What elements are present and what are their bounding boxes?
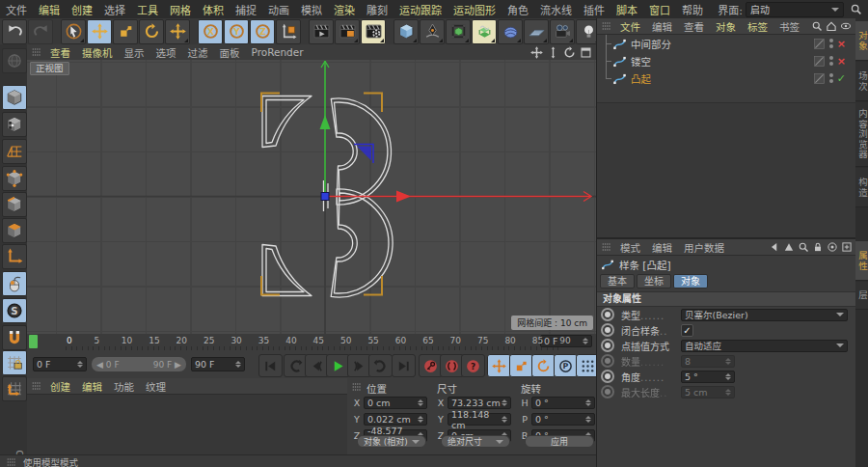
convert-object-button[interactable] <box>2 48 27 73</box>
goto-end-button[interactable] <box>392 354 416 377</box>
render-region-button[interactable] <box>335 19 360 44</box>
scale-button[interactable] <box>113 19 138 44</box>
add-spline-button[interactable] <box>420 19 445 44</box>
object-menu-编辑[interactable]: 编辑 <box>646 19 678 34</box>
menu-item-插件[interactable]: 插件 <box>578 2 610 17</box>
slash-box-icon[interactable] <box>813 38 826 50</box>
enable-snap-button[interactable] <box>2 325 27 350</box>
snap-settings-button[interactable]: S <box>2 298 27 323</box>
key-scale-button[interactable] <box>509 354 533 377</box>
viewport-menu-过滤[interactable]: 过滤 <box>182 45 214 60</box>
search-icon[interactable] <box>798 241 809 253</box>
visibility-dots[interactable] <box>829 39 833 48</box>
animate-radio-icon[interactable] <box>601 323 614 337</box>
render-view-button[interactable] <box>309 19 334 44</box>
workplane-snap-button[interactable] <box>2 350 27 375</box>
menu-item-渲染[interactable]: 渲染 <box>328 2 361 17</box>
slash-box-icon[interactable] <box>813 72 826 85</box>
object-menu-对象[interactable]: 对象 <box>710 19 742 34</box>
play-mode-button[interactable] <box>368 354 393 377</box>
polygons-mode-button[interactable] <box>2 218 27 243</box>
interface-select[interactable]: 启动 <box>746 2 844 17</box>
viewport-menu-摄像机[interactable]: 摄像机 <box>76 45 119 60</box>
search-icon[interactable] <box>850 3 862 15</box>
disabled-cross-icon[interactable]: × <box>837 39 846 49</box>
rotate-button[interactable] <box>139 19 164 44</box>
pan-view-icon[interactable] <box>530 46 543 59</box>
object-row-中间部分[interactable]: 中间部分× <box>597 35 855 52</box>
attribute-tab-基本[interactable]: 基本 <box>600 274 635 288</box>
spinner-arrows-icon[interactable] <box>725 373 731 380</box>
coords-field-尺寸-Y[interactable]: 118.148 cm <box>448 413 511 426</box>
add-generator-button[interactable] <box>446 19 471 44</box>
attribute-tab-对象[interactable]: 对象 <box>673 274 708 288</box>
spinner-arrows-icon[interactable] <box>725 389 731 396</box>
menu-item-创建[interactable]: 创建 <box>66 2 98 17</box>
menu-item-网格[interactable]: 网格 <box>164 2 197 17</box>
apply-button[interactable]: 应用 <box>525 435 594 448</box>
lock-z-axis-button[interactable]: Z <box>250 19 275 44</box>
menu-item-模拟[interactable]: 模拟 <box>295 2 328 17</box>
coords-mode-select-尺寸[interactable]: 绝对尺寸 <box>441 435 510 448</box>
menu-item-捕捉[interactable]: 捕捉 <box>230 2 262 17</box>
spinner-arrows-icon[interactable] <box>77 361 83 368</box>
attribute-checkbox-闭合样条[interactable]: ✓ <box>681 324 693 337</box>
add-box-icon[interactable] <box>841 241 853 253</box>
timeline-ruler[interactable]: 0 F 051015202530354045505560657075808590 <box>27 334 596 351</box>
menu-item-窗口[interactable]: 窗口 <box>643 2 676 17</box>
zoom-view-icon[interactable] <box>547 46 559 59</box>
object-menu-文件[interactable]: 文件 <box>614 19 646 34</box>
spinner-arrows-icon[interactable] <box>585 416 591 423</box>
viewport-menu-显示[interactable]: 显示 <box>119 45 150 60</box>
keyframe-selection-button[interactable]: ? <box>461 354 485 377</box>
goto-start-button[interactable] <box>258 354 283 377</box>
viewport-menu-查看[interactable]: 查看 <box>44 45 76 60</box>
spinner-arrows-icon[interactable] <box>418 399 423 406</box>
search-icon[interactable] <box>811 20 823 32</box>
model-mode-button[interactable] <box>2 85 27 110</box>
visibility-dots[interactable] <box>829 56 833 66</box>
attribute-tab-坐标[interactable]: 坐标 <box>637 274 671 288</box>
object-menu-查看[interactable]: 查看 <box>678 19 710 34</box>
attribute-menu-用户数据[interactable]: 用户数据 <box>678 240 730 255</box>
menu-item-文件[interactable]: 文件 <box>0 2 33 17</box>
spinner-arrows-icon[interactable] <box>725 358 731 365</box>
target-icon[interactable] <box>827 241 838 253</box>
viewport-canvas[interactable]: 正视图 网格间距 : 10 cm <box>27 60 596 334</box>
panel-tab-内容浏览器[interactable]: 内容浏览器 <box>855 102 868 167</box>
object-manager-empty-area[interactable] <box>597 102 855 237</box>
coords-mode-select-位置[interactable]: 对象 (相对) <box>357 435 426 448</box>
panel-tab-层[interactable]: 层 <box>855 282 868 310</box>
home-icon[interactable] <box>826 20 837 32</box>
object-name[interactable]: 中间部分 <box>631 37 813 51</box>
redo-button[interactable] <box>28 19 53 44</box>
panel-tab-场次[interactable]: 场次 <box>855 62 868 101</box>
material-menu-创建[interactable]: 创建 <box>44 379 76 394</box>
key-rotation-button[interactable] <box>531 354 556 377</box>
object-row-镂空[interactable]: 镂空× <box>597 52 855 69</box>
menu-item-脚本[interactable]: 脚本 <box>610 2 643 17</box>
last-used-tool-button[interactable] <box>165 19 190 44</box>
attribute-select-点插值方式[interactable]: 自动适应 <box>681 340 848 352</box>
object-name[interactable]: 凸起 <box>631 71 813 86</box>
frame-range-slider[interactable]: ◀ 0 F 90 F ▶ <box>92 357 186 371</box>
attribute-menu-编辑[interactable]: 编辑 <box>646 240 678 255</box>
coords-field-位置-X[interactable]: 0 cm <box>364 397 427 409</box>
attribute-menu-模式[interactable]: 模式 <box>614 240 646 255</box>
maximize-view-icon[interactable] <box>580 46 592 59</box>
spinner-arrows-icon[interactable] <box>585 399 591 406</box>
spinner-arrows-icon[interactable] <box>235 361 241 368</box>
view-label[interactable]: 正视图 <box>30 62 69 75</box>
menu-item-帮助[interactable]: 帮助 <box>676 2 709 17</box>
object-menu-标签[interactable]: 标签 <box>742 19 773 34</box>
animate-radio-icon[interactable] <box>601 339 614 352</box>
timeline-cursor[interactable] <box>29 335 38 348</box>
lock-icon[interactable] <box>812 241 824 253</box>
workplane-tool-button[interactable] <box>2 376 27 401</box>
back-arrow-icon[interactable] <box>769 241 780 253</box>
animate-radio-icon[interactable] <box>601 385 614 398</box>
material-menu-纹理[interactable]: 纹理 <box>140 379 172 394</box>
animate-radio-icon[interactable] <box>601 308 614 321</box>
viewport-solo-button[interactable] <box>2 271 27 296</box>
lock-y-axis-button[interactable]: Y <box>224 19 249 44</box>
